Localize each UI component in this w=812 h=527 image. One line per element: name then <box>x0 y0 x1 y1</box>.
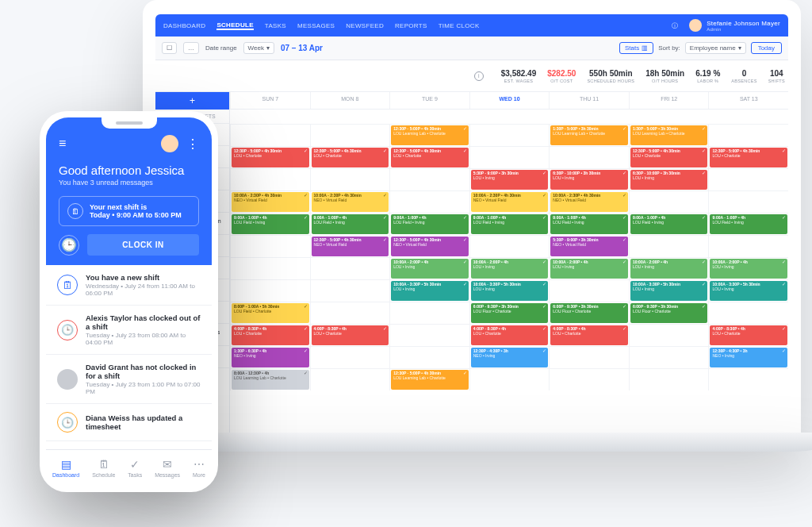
schedule-cell[interactable]: ✓12:30P - 5:00P • 4h 30minNEO • Virtual … <box>310 236 390 257</box>
schedule-cell[interactable]: ✓6:30P - 10:00P • 3h 30minLOU • Irving <box>629 169 709 190</box>
schedule-cell[interactable] <box>310 280 390 302</box>
schedule-cell[interactable] <box>708 125 788 146</box>
shift-block[interactable]: ✓4:00P - 8:30P • 4hLOU • Charlotte <box>232 325 309 345</box>
schedule-cell[interactable]: ✓9:00A - 1:00P • 4hLOU Field • Irving <box>310 213 390 235</box>
schedule-cell[interactable] <box>469 147 550 168</box>
schedule-cell[interactable]: ✓10:00A - 2:00P • 4hLOU • Irving <box>549 258 629 279</box>
schedule-cell[interactable] <box>629 191 709 213</box>
shift-block[interactable]: ✓1:30P - 6:30P • 4hNEO • Irving <box>232 348 309 367</box>
schedule-cell[interactable] <box>389 347 469 368</box>
schedule-cell[interactable] <box>549 369 629 390</box>
schedule-cell[interactable]: ✓4:00P - 8:30P • 4hLOU • Charlotte <box>469 325 550 346</box>
shift-block[interactable]: ✓12:30P - 5:00P • 4h 30minLOU Learning L… <box>391 125 469 145</box>
shift-block[interactable]: ✓10:00A - 3:30P • 5h 30minLOU • Irving <box>471 281 549 301</box>
shift-block[interactable]: ✓4:00P - 8:30P • 4hLOU • Charlotte <box>710 325 787 345</box>
shift-block[interactable]: ✓12:30P - 5:00P • 4h 30minNEO • Virtual … <box>391 237 469 256</box>
shift-block[interactable]: ✓9:00A - 1:00P • 4hLOU Field • Irving <box>471 214 549 234</box>
shift-block[interactable]: ✓10:00A - 3:30P • 5h 30minLOU • Irving <box>391 281 469 301</box>
schedule-cell[interactable]: ✓10:00A - 2:00P • 4hLOU • Irving <box>708 258 788 279</box>
feed-item[interactable]: 🕒Diana Weiss has updated a timesheet <box>46 404 212 441</box>
shift-block[interactable]: ✓12:30P - 5:00P • 4h 30minNEO • Virtual … <box>312 237 389 256</box>
more-icon[interactable]: ⋮ <box>186 137 199 152</box>
nav-reports[interactable]: REPORTS <box>395 22 427 29</box>
shift-block[interactable]: ✓10:00A - 2:00P • 4hLOU • Irving <box>550 259 628 279</box>
shift-block[interactable]: ✓9:00A - 1:00P • 4hLOU Field • Irving <box>391 214 469 234</box>
nav-messages[interactable]: MESSAGES <box>297 22 335 29</box>
shift-block[interactable]: ✓12:30P - 5:00P • 4h 30minLOU • Charlott… <box>391 148 469 167</box>
shift-block[interactable]: ✓12:30P - 4:30P • 3hNEO • Irving <box>710 348 787 367</box>
schedule-cell[interactable] <box>629 369 709 390</box>
menu-icon[interactable]: ≡ <box>59 137 66 151</box>
shift-block[interactable]: ✓4:00P - 8:30P • 4hLOU • Charlotte <box>550 325 628 345</box>
schedule-cell[interactable] <box>389 191 469 213</box>
schedule-cell[interactable]: ✓12:30P - 5:00P • 4h 30minLOU Learning L… <box>389 369 469 390</box>
schedule-cell[interactable] <box>389 169 469 190</box>
schedule-cell[interactable] <box>310 347 390 368</box>
schedule-cell[interactable]: ✓6:00P - 9:30P • 3h 30minLOU Floor • Cha… <box>629 302 709 324</box>
schedule-cell[interactable]: ✓4:00P - 8:30P • 4hLOU • Charlotte <box>230 325 310 346</box>
shift-block[interactable]: ✓6:00P - 9:30P • 3h 30minLOU Floor • Cha… <box>630 303 708 323</box>
schedule-cell[interactable]: ✓12:30P - 4:30P • 3hNEO • Irving <box>708 347 788 368</box>
schedule-cell[interactable]: ✓10:00A - 2:30P • 4h 30minNEO • Virtual … <box>549 191 629 213</box>
schedule-cell[interactable]: ✓12:30P - 5:00P • 4h 30minLOU • Charlott… <box>708 147 788 168</box>
schedule-cell[interactable]: ✓5:30P - 9:00P • 3h 30minNEO • Virtual F… <box>549 236 629 257</box>
shift-block[interactable]: ✓10:00A - 2:00P • 4hLOU • Irving <box>630 259 708 279</box>
sort-select[interactable]: Employee name ▾ <box>685 42 746 54</box>
shift-block[interactable]: ✓9:00A - 1:00P • 4hLOU Field • Irving <box>550 214 628 234</box>
schedule-cell[interactable]: ✓10:00A - 3:30P • 5h 30minLOU • Irving <box>629 280 709 302</box>
schedule-cell[interactable]: ✓8:00P - 1:00A • 5h 30minLOU Field • Cha… <box>230 302 310 324</box>
schedule-cell[interactable] <box>549 280 629 302</box>
nav-newsfeed[interactable]: NEWSFEED <box>346 22 384 29</box>
schedule-cell[interactable]: ✓12:30P - 5:00P • 4h 30minLOU • Charlott… <box>310 147 390 168</box>
user-menu[interactable]: Stefanie Johnson MayerAdmin <box>689 19 780 32</box>
schedule-cell[interactable] <box>310 125 390 146</box>
schedule-cell[interactable] <box>708 191 788 213</box>
schedule-cell[interactable]: ✓9:00A - 1:00P • 4hLOU Field • Irving <box>708 213 788 235</box>
feed-item[interactable]: David Grant has not clocked in for a shi… <box>46 355 212 404</box>
schedule-cell[interactable]: ✓10:00A - 3:30P • 5h 30minLOU • Irving <box>469 280 550 302</box>
nav-schedule[interactable]: SCHEDULE <box>216 21 253 30</box>
schedule-cell[interactable]: ✓9:00A - 1:00P • 4hLOU Field • Irving <box>389 213 469 235</box>
stats-toggle[interactable]: Stats ▥ <box>619 42 653 54</box>
add-shift-button[interactable]: + <box>155 92 229 110</box>
schedule-cell[interactable] <box>708 369 788 390</box>
schedule-cell[interactable]: ✓4:00P - 8:30P • 4hLOU • Charlotte <box>549 325 629 346</box>
schedule-cell[interactable] <box>549 147 629 168</box>
shift-block[interactable]: ✓8:00P - 1:00A • 5h 30minLOU Field • Cha… <box>232 303 309 323</box>
shift-block[interactable]: ✓9:00A - 1:00P • 4hLOU Field • Irving <box>710 214 787 234</box>
select-checkbox[interactable]: ☐ <box>162 42 177 54</box>
shift-block[interactable]: ✓5:30P - 9:00P • 3h 30minNEO • Virtual F… <box>550 237 628 256</box>
shift-block[interactable]: ✓12:30P - 5:00P • 4h 30minLOU • Charlott… <box>630 148 708 167</box>
schedule-cell[interactable] <box>310 369 390 390</box>
schedule-cell[interactable]: ✓6:00P - 9:30P • 3h 30minLOU Floor • Cha… <box>549 302 629 324</box>
schedule-cell[interactable] <box>310 302 390 324</box>
schedule-cell[interactable]: ✓1:30P - 5:00P • 3h 30minLOU Learning La… <box>549 125 629 146</box>
today-button[interactable]: Today <box>751 42 782 54</box>
schedule-cell[interactable] <box>389 325 469 346</box>
schedule-cell[interactable] <box>708 169 788 190</box>
schedule-cell[interactable]: ✓9:00A - 1:00P • 4hLOU Field • Irving <box>469 213 550 235</box>
nav-time clock[interactable]: TIME CLOCK <box>439 22 480 29</box>
schedule-cell[interactable] <box>389 302 469 324</box>
schedule-cell[interactable] <box>310 258 390 279</box>
shift-block[interactable]: ✓12:30P - 4:30P • 3hNEO • Irving <box>471 348 549 367</box>
feed-item[interactable]: 🕒Heather Daniels has clocked in for a sh… <box>46 441 212 449</box>
schedule-cell[interactable] <box>310 169 390 190</box>
schedule-cell[interactable]: ✓4:00P - 8:30P • 4hLOU • Charlotte <box>310 325 390 346</box>
shift-block[interactable]: ✓9:00A - 1:00P • 4hLOU Field • Irving <box>630 214 708 234</box>
schedule-cell[interactable] <box>708 302 788 324</box>
shift-block[interactable]: ✓8:00A - 12:30P • 4hLOU Learning Lab • C… <box>232 370 309 390</box>
schedule-cell[interactable] <box>230 236 310 257</box>
schedule-cell[interactable]: ✓10:00A - 2:00P • 4hLOU • Irving <box>389 258 469 279</box>
shift-block[interactable]: ✓6:30P - 10:00P • 3h 30minLOU • Irving <box>630 170 708 190</box>
tab-more[interactable]: ⋯More <box>193 458 205 478</box>
schedule-cell[interactable]: ✓12:30P - 5:00P • 4h 30minLOU • Charlott… <box>230 147 310 168</box>
tab-tasks[interactable]: ✓Tasks <box>128 458 142 478</box>
schedule-cell[interactable]: ✓1:30P - 5:00P • 3h 30minLOU Learning La… <box>629 125 709 146</box>
next-shift-card[interactable]: 🗓 Your next shift is Today • 9:00 AM to … <box>59 196 199 226</box>
schedule-cell[interactable]: ✓9:00A - 1:00P • 4hLOU Field • Irving <box>629 213 709 235</box>
schedule-cell[interactable] <box>469 125 550 146</box>
shift-block[interactable]: ✓1:30P - 5:00P • 3h 30minLOU Learning La… <box>630 125 708 145</box>
schedule-cell[interactable] <box>469 369 550 390</box>
schedule-cell[interactable]: ✓1:30P - 6:30P • 4hNEO • Irving <box>230 347 310 368</box>
